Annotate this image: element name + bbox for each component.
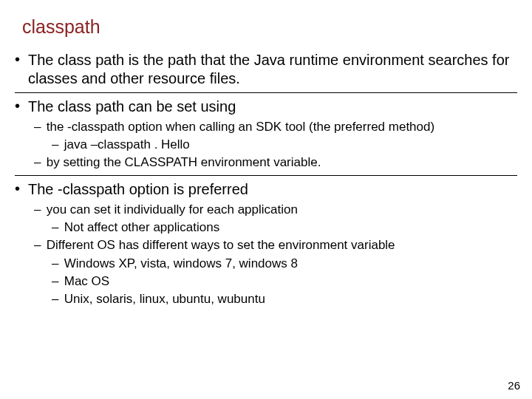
bullet-icon: • <box>15 98 28 116</box>
sub-bullet: – you can set it individually for each a… <box>34 202 517 218</box>
bullet-icon: • <box>15 51 28 88</box>
bullet-text: The -classpath option is preferred <box>28 180 248 199</box>
sub-text: by setting the CLASSPATH environment var… <box>47 155 321 169</box>
sub-bullet: – by setting the CLASSPATH environment v… <box>34 154 517 171</box>
subsub-text: Windows XP, vista, windows 7, windows 8 <box>64 256 298 270</box>
subsub-bullet: – Not affect other applications <box>52 219 517 236</box>
separator <box>15 92 517 93</box>
slide-title: classpath <box>22 16 517 38</box>
subsub-bullet: – java –classpath . Hello <box>52 137 517 153</box>
bullet-item: • The class path can be set using <box>15 98 517 116</box>
subsub-bullet: – Windows XP, vista, windows 7, windows … <box>52 256 517 272</box>
sub-bullet: – the -classpath option when calling an … <box>34 119 517 135</box>
bullet-text: The class path is the path that the Java… <box>28 51 517 88</box>
subsub-text: Not affect other applications <box>64 220 219 234</box>
sub-text: the -classpath option when calling an SD… <box>47 120 434 134</box>
bullet-item: • The class path is the path that the Ja… <box>15 51 517 88</box>
bullet-text: The class path can be set using <box>28 98 236 116</box>
sub-bullet: – Different OS has different ways to set… <box>34 237 517 253</box>
slide: classpath • The class path is the path t… <box>0 0 532 399</box>
subsub-text: java –classpath . Hello <box>64 137 190 151</box>
sub-text: you can set it individually for each app… <box>47 202 298 216</box>
sub-text: Different OS has different ways to set t… <box>47 238 395 252</box>
subsub-bullet: – Mac OS <box>52 273 517 290</box>
bullet-item: • The -classpath option is preferred <box>15 180 517 199</box>
page-number: 26 <box>508 379 520 392</box>
bullet-icon: • <box>15 180 28 199</box>
subsub-text: Unix, solaris, linux, ubuntu, wubuntu <box>64 292 265 306</box>
separator <box>15 175 517 176</box>
subsub-text: Mac OS <box>64 274 109 288</box>
subsub-bullet: – Unix, solaris, linux, ubuntu, wubuntu <box>52 291 517 307</box>
